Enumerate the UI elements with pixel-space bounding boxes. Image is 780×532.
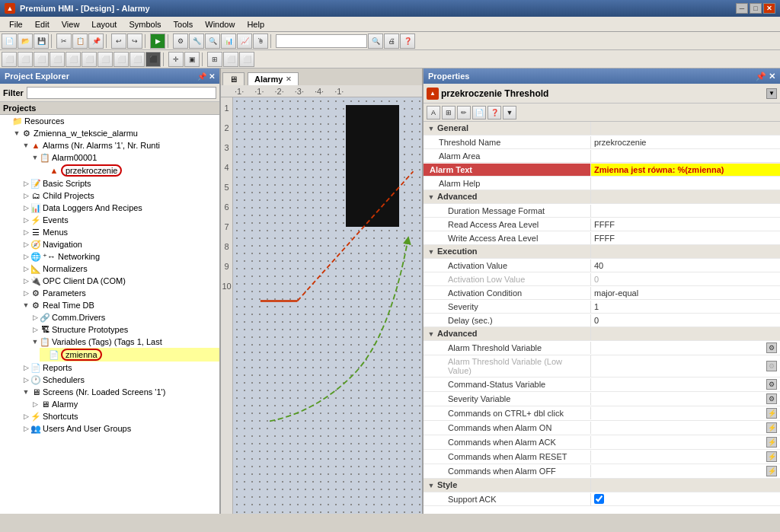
tree-comm-drivers[interactable]: ▷ 🔗 Comm.Drivers bbox=[30, 311, 219, 323]
prop-activation-value-value[interactable]: 40 bbox=[591, 260, 780, 272]
menu-help[interactable]: Help bbox=[241, 18, 270, 30]
toggle-comm-drivers[interactable]: ▷ bbox=[30, 313, 40, 322]
tb-b5[interactable]: 🖱 bbox=[253, 33, 268, 49]
tree-alarm00001[interactable]: ▼ 📋 Alarm00001 bbox=[30, 151, 219, 164]
tb-save[interactable]: 💾 bbox=[34, 33, 49, 49]
commands-alarm-on-btn[interactable]: ⚡ bbox=[766, 422, 777, 433]
tree-normalizers[interactable]: ▷ 📐 Normalizers bbox=[21, 263, 219, 275]
toggle-navigation[interactable]: ▷ bbox=[21, 240, 30, 249]
commands-alarm-ack-btn[interactable]: ⚡ bbox=[766, 437, 777, 448]
properties-pin-button[interactable]: 📌 ✕ bbox=[756, 72, 775, 81]
menu-symbols[interactable]: Symbols bbox=[123, 18, 167, 30]
section-advanced-1[interactable]: ▼Advanced bbox=[424, 190, 780, 204]
command-status-var-btn[interactable]: ⚙ bbox=[766, 379, 777, 390]
toggle-events[interactable]: ▷ bbox=[21, 215, 30, 225]
toggle-realtimedb[interactable]: ▼ bbox=[21, 301, 30, 310]
commands-ctrl-dbl-btn[interactable]: ⚡ bbox=[766, 408, 777, 419]
tree-child-projects[interactable]: ▷ 🗂 Child Projects bbox=[21, 190, 219, 202]
toggle-alarm00001[interactable]: ▼ bbox=[30, 153, 40, 162]
tree-screens[interactable]: ▼ 🖥 Screens (Nr. Loaded Screens '1') bbox=[21, 386, 219, 398]
toggle-networking[interactable]: ▷ bbox=[21, 252, 30, 261]
toolbar-search-input[interactable] bbox=[276, 34, 367, 48]
props-dropdown-button[interactable]: ▼ bbox=[766, 88, 777, 99]
tree-variables[interactable]: ▼ 📋 Variables (Tags) (Tags 1, Last bbox=[30, 336, 219, 348]
tb-settings[interactable]: ⚙ bbox=[173, 33, 188, 49]
section-advanced-2-expand[interactable]: ▼ bbox=[427, 330, 436, 339]
tree-data-loggers[interactable]: ▷ 📊 Data Loggers And Recipes bbox=[21, 202, 219, 214]
props-tb-help[interactable]: ❓ bbox=[488, 106, 501, 119]
tb2-frame[interactable]: ▣ bbox=[184, 52, 200, 67]
canvas-tab-alarmy[interactable]: Alarmy ✕ bbox=[248, 72, 299, 85]
tree-structure-prototypes[interactable]: ▷ 🏗 Structure Prototypes bbox=[30, 323, 219, 336]
toggle-zmienna[interactable] bbox=[40, 350, 49, 359]
toggle-parameters[interactable]: ▷ bbox=[21, 288, 30, 298]
filter-input[interactable] bbox=[27, 87, 216, 99]
toggle-shortcuts[interactable]: ▷ bbox=[21, 412, 30, 421]
props-tb-filter[interactable]: ▼ bbox=[503, 106, 516, 119]
section-advanced-2[interactable]: ▼Advanced bbox=[424, 327, 780, 341]
explorer-pin-button[interactable]: 📌 ✕ bbox=[197, 72, 215, 81]
toggle-schedulers[interactable]: ▷ bbox=[21, 375, 30, 384]
prop-read-access-value[interactable]: FFFF bbox=[591, 218, 780, 231]
section-style[interactable]: ▼Style bbox=[424, 479, 780, 492]
toggle-przekroczenie[interactable] bbox=[40, 166, 49, 175]
toggle-structure-prototypes[interactable]: ▷ bbox=[30, 325, 40, 334]
tb-help[interactable]: ❓ bbox=[400, 33, 415, 49]
tree-realtimedb[interactable]: ▼ ⚙ Real Time DB bbox=[21, 299, 219, 311]
minimize-button[interactable]: ─ bbox=[736, 3, 748, 14]
tb-open[interactable]: 📂 bbox=[18, 33, 33, 49]
tb-b4[interactable]: 📈 bbox=[237, 33, 252, 49]
menu-view[interactable]: View bbox=[56, 18, 86, 30]
section-execution[interactable]: ▼Execution bbox=[424, 245, 780, 259]
tb2-b9[interactable]: ⬜ bbox=[129, 52, 145, 67]
tb2-b8[interactable]: ⬜ bbox=[113, 52, 129, 67]
section-general-expand[interactable]: ▼ bbox=[427, 124, 436, 133]
section-advanced-1-expand[interactable]: ▼ bbox=[427, 193, 436, 202]
tb2-b4[interactable]: ⬜ bbox=[50, 52, 65, 67]
toggle-alarms[interactable]: ▼ bbox=[21, 141, 30, 150]
tb-cut[interactable]: ✂ bbox=[56, 33, 72, 49]
props-tb-pencil[interactable]: ✏ bbox=[457, 106, 471, 119]
tree-users[interactable]: ▷ 👥 Users And User Groups bbox=[21, 422, 219, 435]
tree-reports[interactable]: ▷ 📄 Reports bbox=[21, 362, 219, 374]
prop-severity-value[interactable]: 1 bbox=[591, 301, 780, 313]
toggle-menus[interactable]: ▷ bbox=[21, 228, 30, 237]
alarm-threshold-var-btn[interactable]: ⚙ bbox=[766, 342, 777, 353]
tb2-b12[interactable]: ⬜ bbox=[239, 52, 254, 67]
alarm-threshold-var-low-btn[interactable]: ⚙ bbox=[766, 361, 777, 371]
tree-shortcuts[interactable]: ▷ ⚡ Shortcuts bbox=[21, 410, 219, 422]
tree-alarms[interactable]: ▼ ▲ Alarms (Nr. Alarms '1', Nr. Runti bbox=[21, 139, 219, 151]
tb2-b11[interactable]: ⬜ bbox=[223, 52, 238, 67]
commands-alarm-off-btn[interactable]: ⚡ bbox=[766, 466, 777, 476]
prop-delay-value[interactable]: 0 bbox=[591, 314, 780, 327]
toggle-child-projects[interactable]: ▷ bbox=[21, 191, 30, 200]
props-tb-page[interactable]: 📄 bbox=[472, 106, 486, 119]
canvas-drawing-area[interactable] bbox=[233, 97, 422, 514]
prop-activation-condition-value[interactable]: major-equal bbox=[591, 287, 780, 299]
tb-undo[interactable]: ↩ bbox=[111, 33, 126, 49]
tree-networking[interactable]: ▷ 🌐 ⁺↔ Networking bbox=[21, 250, 219, 263]
tb2-b6[interactable]: ⬜ bbox=[82, 52, 97, 67]
toggle-opc[interactable]: ▷ bbox=[21, 276, 30, 285]
tb2-b2[interactable]: ⬜ bbox=[18, 52, 33, 67]
tb-copy[interactable]: 📋 bbox=[72, 33, 88, 49]
tree-menus[interactable]: ▷ ☰ Menus bbox=[21, 226, 219, 238]
prop-alarm-text-value[interactable]: Zmienna jest równa: %(zmienna) bbox=[591, 164, 780, 176]
tb2-grid[interactable]: ⊞ bbox=[207, 52, 222, 67]
tb-b3[interactable]: 📊 bbox=[221, 33, 236, 49]
prop-activation-low-value[interactable]: 0 bbox=[591, 273, 780, 285]
tree-alarmy-screen[interactable]: ▷ 🖥 Alarmy bbox=[30, 398, 219, 410]
tb2-b3[interactable]: ⬜ bbox=[34, 52, 49, 67]
tb-redo[interactable]: ↪ bbox=[127, 33, 142, 49]
toggle-variables[interactable]: ▼ bbox=[30, 337, 40, 346]
toggle-normalizers[interactable]: ▷ bbox=[21, 264, 30, 273]
tree-opc[interactable]: ▷ 🔌 OPC Client DA (COM) bbox=[21, 275, 219, 287]
tb-paste[interactable]: 📌 bbox=[88, 33, 104, 49]
toggle-alarmy-screen[interactable]: ▷ bbox=[30, 400, 40, 409]
section-style-expand[interactable]: ▼ bbox=[427, 481, 436, 490]
severity-var-btn[interactable]: ⚙ bbox=[766, 393, 777, 404]
tb-b2[interactable]: 🔍 bbox=[205, 33, 220, 49]
tb2-b5[interactable]: ⬜ bbox=[66, 52, 81, 67]
toggle-basic-scripts[interactable]: ▷ bbox=[21, 179, 30, 188]
tb-search-btn[interactable]: 🔍 bbox=[368, 33, 383, 49]
